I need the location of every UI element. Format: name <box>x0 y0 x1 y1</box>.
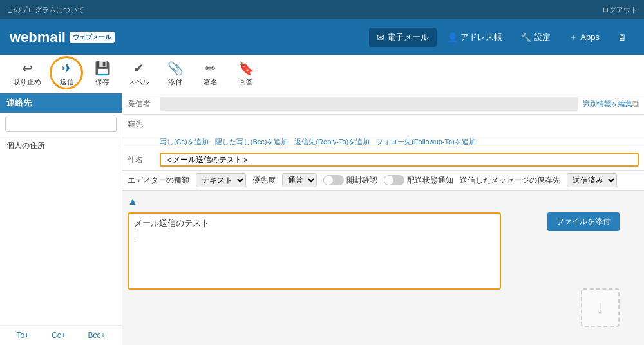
attach-label: 添付 <box>168 77 182 87</box>
cancel-button[interactable]: ↩ 取り止め <box>6 57 48 90</box>
sidebar-search-area <box>0 113 122 136</box>
save-sent-label: 送信したメッセージの保存先 <box>460 175 560 186</box>
nav-display[interactable]: 🖥 <box>610 28 634 46</box>
editor-type-select[interactable]: テキスト HTML <box>196 173 246 187</box>
cc-link[interactable]: 写し(Cc)を追加 <box>160 137 209 147</box>
nav-email[interactable]: ✉ 電子メール <box>369 28 437 47</box>
reply-icon: 🔖 <box>238 61 254 76</box>
reply-label: 回答 <box>239 77 253 87</box>
body-collapse-arrow[interactable]: ▲ <box>128 196 138 207</box>
sign-label: 署名 <box>204 77 218 87</box>
logo-text: webmail <box>10 29 66 46</box>
sign-button[interactable]: ✏ 署名 <box>194 57 227 90</box>
identity-link[interactable]: 識別情報を編集 <box>583 99 632 109</box>
spell-label: スペル <box>128 77 149 87</box>
nav-addressbook-label: アドレス帳 <box>460 32 502 43</box>
top-bar: このプログラムについて ログアウト <box>0 0 644 19</box>
message-body-container: メール送信のテスト ファイルを添付 ↓ <box>128 212 639 340</box>
message-body-text: メール送信のテスト <box>134 218 495 229</box>
follow-up-link[interactable]: フォロー先(Followup-To)を追加 <box>376 137 476 147</box>
subject-input[interactable] <box>160 153 639 167</box>
from-label: 発信者 <box>128 98 160 109</box>
nav-buttons: ✉ 電子メール 👤 アドレス帳 🔧 設定 ＋ Apps 🖥 <box>369 28 634 47</box>
subject-label: 件名 <box>128 154 160 165</box>
send-button[interactable]: ✈ 送信 <box>51 57 83 90</box>
attach-button[interactable]: 📎 添付 <box>159 57 191 90</box>
delivery-notify-switch[interactable] <box>384 175 404 185</box>
logo-badge: ウェブメール <box>70 32 115 43</box>
cancel-icon: ↩ <box>22 61 33 76</box>
spell-icon: ✔ <box>133 61 144 76</box>
save-sent-select[interactable]: 送信済み <box>567 173 617 187</box>
program-info[interactable]: このプログラムについて <box>6 5 84 15</box>
sign-icon: ✏ <box>205 61 216 76</box>
save-icon: 💾 <box>95 61 111 76</box>
nav-apps[interactable]: ＋ Apps <box>561 28 607 47</box>
editor-type-label: エディターの種類 <box>128 175 189 186</box>
logo-area: webmail ウェブメール <box>10 29 115 46</box>
to-input[interactable] <box>160 119 639 131</box>
save-button[interactable]: 💾 保存 <box>86 57 118 90</box>
cc-plus-button[interactable]: Cc+ <box>52 331 66 340</box>
subject-row: 件名 <box>122 149 644 171</box>
save-label: 保存 <box>95 77 109 87</box>
attach-file-button[interactable]: ファイルを添付 <box>547 212 620 231</box>
send-label: 送信 <box>60 77 74 87</box>
from-value-box <box>160 97 578 111</box>
from-row: 発信者 識別情報を編集 ⧉ <box>122 93 644 115</box>
cc-bcc-row: 写し(Cc)を追加 隠した写し(Bcc)を追加 返信先(Reply-To)を追加… <box>122 135 644 149</box>
top-bar-right: ログアウト <box>602 5 638 15</box>
header: webmail ウェブメール ✉ 電子メール 👤 アドレス帳 🔧 設定 ＋ Ap… <box>0 19 644 55</box>
nav-addressbook[interactable]: 👤 アドレス帳 <box>439 28 510 47</box>
read-receipt-switch[interactable] <box>323 175 344 185</box>
sidebar-header: 連絡先 <box>0 93 122 113</box>
email-icon: ✉ <box>377 32 384 42</box>
sidebar-footer: To+ Cc+ Bcc+ <box>0 325 122 345</box>
send-icon: ✈ <box>62 61 73 76</box>
compose-area: 発信者 識別情報を編集 ⧉ 宛先 写し(Cc)を追加 隠した写し(Bcc)を追加… <box>122 93 644 345</box>
display-icon: 🖥 <box>618 32 627 42</box>
read-receipt-label: 開封確認 <box>346 175 377 186</box>
delivery-notify-toggle: 配送状態通知 <box>384 175 453 186</box>
nav-apps-label: Apps <box>580 32 600 42</box>
toolbar: ↩ 取り止め ✈ 送信 💾 保存 ✔ スペル 📎 添付 ✏ 署名 🔖 回答 <box>0 55 644 93</box>
delivery-notify-label: 配送状態通知 <box>407 175 453 186</box>
settings-icon: 🔧 <box>520 32 531 42</box>
main-layout: 連絡先 個人の住所 To+ Cc+ Bcc+ 発信者 識別情報を編集 ⧉ 宛先 … <box>0 93 644 345</box>
nav-settings[interactable]: 🔧 設定 <box>513 28 558 47</box>
text-cursor <box>135 230 135 239</box>
bcc-plus-button[interactable]: Bcc+ <box>88 331 106 340</box>
search-input[interactable] <box>5 117 117 132</box>
read-receipt-toggle: 開封確認 <box>323 175 377 186</box>
reply-button[interactable]: 🔖 回答 <box>230 57 262 90</box>
nav-email-label: 電子メール <box>387 32 429 43</box>
message-body[interactable]: メール送信のテスト <box>128 212 501 290</box>
cancel-label: 取り止め <box>13 77 41 87</box>
to-row: 宛先 <box>122 115 644 135</box>
addressbook-icon: 👤 <box>447 32 458 42</box>
drop-arrow-icon: ↓ <box>596 297 605 318</box>
nav-settings-label: 設定 <box>534 32 551 43</box>
apps-plus-icon: ＋ <box>569 32 578 43</box>
to-plus-button[interactable]: To+ <box>16 331 29 340</box>
reply-to-link[interactable]: 返信先(Reply-To)を追加 <box>294 137 370 147</box>
copy-icon[interactable]: ⧉ <box>632 98 639 109</box>
drop-zone[interactable]: ↓ <box>581 288 620 327</box>
editor-options: エディターの種類 テキスト HTML 優先度 通常 高 低 開封確認 配送状態通… <box>122 171 644 191</box>
spell-button[interactable]: ✔ スペル <box>122 57 156 90</box>
sidebar: 連絡先 個人の住所 To+ Cc+ Bcc+ <box>0 93 122 345</box>
editor-area-wrapper: ▲ メール送信のテスト ファイルを添付 ↓ <box>122 191 644 345</box>
bcc-link[interactable]: 隠した写し(Bcc)を追加 <box>215 137 289 147</box>
priority-label: 優先度 <box>252 175 276 186</box>
attach-icon: 📎 <box>167 61 184 76</box>
sidebar-item-personal[interactable]: 個人の住所 <box>0 136 122 155</box>
logout-button[interactable]: ログアウト <box>602 5 638 15</box>
to-label: 宛先 <box>128 119 160 130</box>
priority-select[interactable]: 通常 高 低 <box>282 173 317 187</box>
